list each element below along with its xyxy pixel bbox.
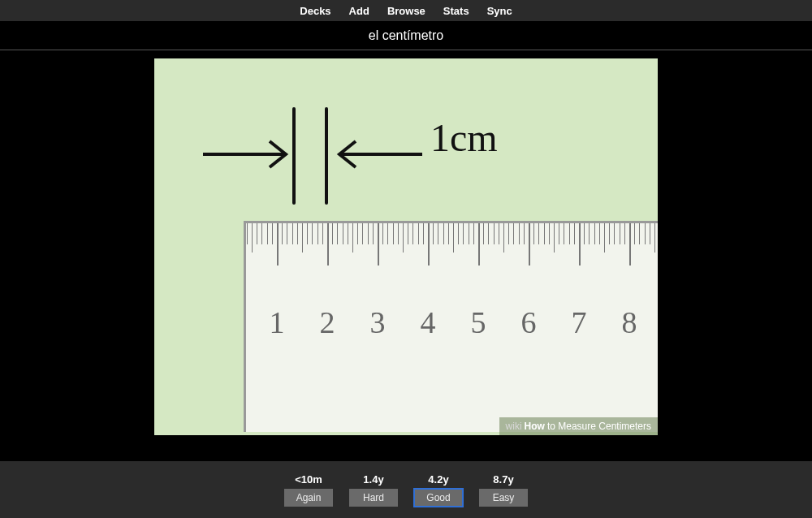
ruler-number: 2 (320, 304, 335, 340)
answer-interval: 8.7y (493, 473, 513, 486)
ruler-tick-half (554, 223, 555, 253)
ruler-tick-minor (584, 223, 585, 244)
ruler-tick-minor (368, 223, 369, 244)
dimension-arrow-left-icon (179, 97, 309, 211)
ruler-tick-minor (297, 223, 298, 244)
ruler-tick-minor (620, 223, 620, 244)
ruler-tick-minor (458, 223, 459, 244)
dimension-arrow-right-icon (317, 97, 447, 211)
ruler-tick-minor (609, 223, 610, 244)
ruler-number: 3 (370, 304, 386, 340)
ruler-tick-minor (343, 223, 343, 244)
ruler-tick-minor (538, 223, 539, 244)
ruler-tick-minor (473, 223, 474, 244)
answer-interval: 4.2y (428, 473, 448, 486)
ruler-tick-minor (261, 223, 262, 244)
ruler-tick-minor (257, 223, 257, 244)
ruler-tick-minor (448, 223, 449, 244)
ruler-tick-minor (337, 223, 338, 244)
ruler-tick-minor (589, 223, 590, 244)
ruler-tick-minor (247, 223, 248, 244)
ruler-tick-half (252, 223, 253, 253)
ruler-tick-major (629, 223, 631, 265)
card-front: el centímetro (0, 21, 812, 50)
ruler-tick-minor (499, 223, 499, 244)
ruler-number: 7 (572, 304, 587, 340)
ruler-tick-minor (348, 223, 348, 244)
ruler-tick-minor (272, 223, 273, 244)
ruler-tick-minor (488, 223, 489, 244)
ruler-tick-minor (519, 223, 520, 244)
ruler-tick-minor (508, 223, 509, 244)
ruler-tick-minor (443, 223, 444, 244)
answer-button-easy[interactable]: Easy (479, 489, 528, 507)
ruler-tick-half (352, 223, 353, 253)
ruler-tick-major (327, 223, 329, 265)
ruler-tick-minor (307, 223, 308, 244)
ruler-tick-minor (418, 223, 419, 244)
ruler-tick-minor (282, 223, 283, 244)
ruler-number: 4 (421, 304, 436, 340)
ruler-tick-minor (574, 223, 575, 244)
ruler-tick-minor (533, 223, 534, 244)
ruler-tick-minor (564, 223, 564, 244)
answer-button-hard[interactable]: Hard (349, 489, 398, 507)
ruler-tick-minor (469, 223, 469, 244)
ruler-tick-half (302, 223, 303, 253)
ruler-tick-minor (650, 223, 650, 244)
ruler-tick-minor (393, 223, 394, 244)
ruler-tick-minor (494, 223, 495, 244)
dimension-mark-left (292, 107, 296, 205)
caption-wiki: wiki (506, 421, 522, 432)
nav-add[interactable]: Add (349, 5, 369, 17)
ruler-tick-minor (614, 223, 615, 244)
ruler-tick-minor (292, 223, 293, 244)
ruler-tick-minor (599, 223, 600, 244)
ruler-tick-minor (398, 223, 399, 244)
ruler-tick-half (654, 223, 655, 253)
ruler-tick-minor (362, 223, 363, 244)
ruler-tick-minor (594, 223, 595, 244)
card-image: 1cm 12345678 wikiHow to Measure Centimet… (154, 58, 658, 435)
ruler-tick-minor (332, 223, 333, 244)
ruler-tick-half (403, 223, 404, 253)
ruler-tick-minor (634, 223, 635, 244)
answer-option: 4.2yGood (414, 473, 463, 507)
nav-browse[interactable]: Browse (387, 5, 425, 17)
nav-stats[interactable]: Stats (443, 5, 469, 17)
answer-option: <10mAgain (284, 473, 333, 507)
ruler-tick-minor (317, 223, 318, 244)
dimension-label: 1cm (430, 115, 498, 160)
ruler-tick-minor (438, 223, 438, 244)
ruler-tick-minor (433, 223, 434, 244)
ruler-number: 1 (270, 304, 285, 340)
ruler-tick-major (478, 223, 480, 265)
ruler-tick-half (604, 223, 605, 253)
ruler-tick-minor (423, 223, 424, 244)
ruler-tick-minor (408, 223, 408, 244)
ruler-number: 8 (622, 304, 637, 340)
ruler-tick-minor (483, 223, 484, 244)
caption-rest: to Measure Centimeters (547, 421, 651, 432)
ruler-tick-minor (357, 223, 358, 244)
ruler-tick-minor (645, 223, 646, 244)
ruler-tick-major (428, 223, 430, 265)
ruler-number: 5 (471, 304, 486, 340)
ruler-tick-half (503, 223, 504, 253)
ruler-tick-minor (624, 223, 625, 244)
nav-sync[interactable]: Sync (487, 5, 512, 17)
image-source-caption: wikiHow to Measure Centimeters (499, 417, 658, 435)
ruler-tick-minor (382, 223, 383, 244)
answer-button-again[interactable]: Again (284, 489, 333, 507)
answer-button-good[interactable]: Good (414, 489, 463, 507)
answer-interval: <10m (295, 473, 322, 486)
nav-decks[interactable]: Decks (300, 5, 330, 17)
ruler-tick-minor (524, 223, 525, 244)
answer-bar: <10mAgain1.4yHard4.2yGood8.7yEasy (0, 461, 812, 518)
ruler-tick-minor (387, 223, 388, 244)
ruler-tick-minor (373, 223, 374, 244)
ruler-tick-minor (287, 223, 287, 244)
ruler-tick-minor (639, 223, 640, 244)
ruler-tick-minor (312, 223, 313, 244)
card-front-text: el centímetro (369, 28, 443, 43)
